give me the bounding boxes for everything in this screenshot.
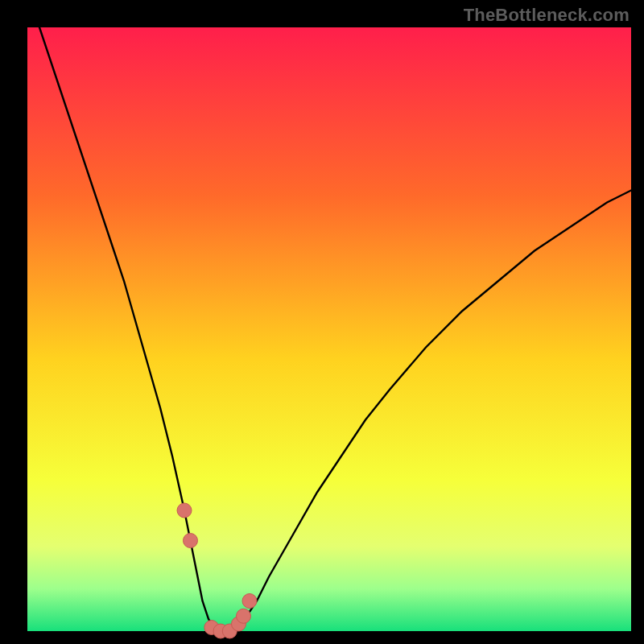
curve-marker xyxy=(177,503,192,518)
curve-marker xyxy=(242,594,257,609)
curve-marker xyxy=(184,534,198,548)
plot-background xyxy=(27,27,631,631)
chart-frame: TheBottleneck.com xyxy=(0,0,644,644)
bottleneck-chart xyxy=(0,0,644,644)
curve-marker xyxy=(237,609,251,623)
watermark-text: TheBottleneck.com xyxy=(464,5,630,26)
